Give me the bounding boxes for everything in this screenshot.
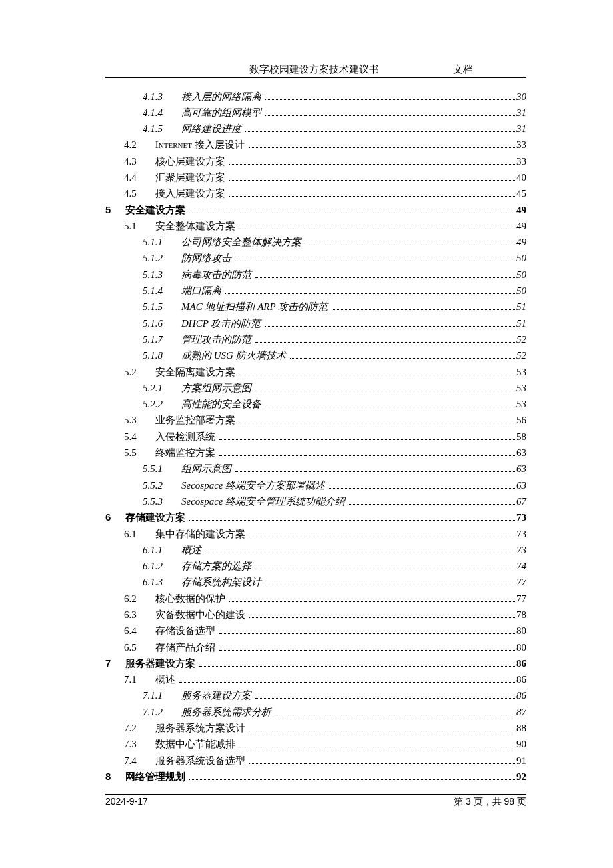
toc-entry-title: 病毒攻击的防范: [181, 270, 251, 280]
toc-leader-dots: [265, 90, 515, 100]
toc-entry-title: 服务器系统需求分析: [181, 707, 271, 717]
toc-entry-page: 56: [516, 415, 526, 425]
toc-leader-dots: [265, 317, 515, 327]
toc-entry-page: 77: [516, 577, 526, 587]
toc-entry-page: 63: [516, 448, 526, 458]
footer-date: 2024-9-17: [105, 796, 454, 808]
toc-entry-page: 52: [516, 351, 526, 361]
toc-entry-number: 6.4: [124, 626, 137, 636]
toc-entry-title: 存储系统构架设计: [181, 577, 261, 587]
toc-leader-dots: [332, 301, 515, 311]
header-title: 数字校园建设方案技术建议书: [105, 63, 453, 76]
toc-entry-number: 6.5: [124, 643, 137, 653]
toc-entry-page: 63: [516, 464, 526, 474]
toc-entry-page: 58: [516, 432, 526, 442]
toc-entry: 4.1.3接入层的网络隔离30: [105, 90, 526, 102]
toc-entry-title: 数据中心节能减排: [155, 739, 235, 749]
toc-leader-dots: [265, 576, 515, 586]
toc-entry-title: 服务器建设方案: [125, 659, 195, 669]
toc-leader-dots: [235, 463, 515, 473]
toc-entry-number: 5.1.5: [143, 302, 163, 312]
toc-entry: 5.5.3Secospace 终端安全管理系统功能介绍67: [105, 495, 526, 507]
toc-leader-dots: [349, 495, 515, 505]
toc-entry-page: 73: [516, 529, 526, 539]
toc-leader-dots: [205, 543, 515, 553]
toc-leader-dots: [249, 722, 515, 732]
toc-entry: 5.5.2Secospace 终端安全方案部署概述63: [105, 479, 526, 491]
toc-entry-title: 核心数据的保护: [155, 594, 225, 604]
toc-entry-title: 成熟的 USG 防火墙技术: [181, 351, 286, 361]
toc-leader-dots: [255, 560, 515, 570]
toc-entry: 5.2.1方案组网示意图53: [105, 381, 526, 393]
toc-entry-title: 方案组网示意图: [181, 383, 251, 393]
toc-entry-number: 5.5: [124, 448, 137, 458]
toc-entry-title: 终端监控方案: [155, 448, 215, 458]
toc-entry-number: 7.4: [124, 756, 137, 766]
toc-leader-dots: [225, 285, 515, 295]
toc-entry-number: 5.2.2: [143, 399, 163, 409]
toc-entry-number: 8: [105, 771, 111, 781]
toc-entry-title: 概述: [181, 545, 201, 555]
toc-entry-page: 86: [516, 675, 526, 685]
toc-entry-number: 7.3: [124, 739, 137, 749]
toc-leader-dots: [249, 609, 515, 619]
toc-leader-dots: [329, 479, 515, 489]
toc-entry-title: 汇聚层建设方案: [155, 173, 225, 183]
toc-entry: 7.4服务器系统设备选型91: [105, 754, 526, 766]
toc-entry-page: 40: [516, 173, 526, 183]
toc-leader-dots: [179, 673, 515, 683]
toc-entry-page: 33: [516, 140, 526, 150]
toc-leader-dots: [249, 527, 515, 537]
toc-entry-title: 安全隔离建设方案: [155, 367, 235, 377]
toc-entry: 4.2Internet 接入层设计33: [105, 139, 526, 151]
footer-page-info: 第 3 页，共 98 页: [454, 796, 526, 808]
toc-entry-page: 33: [516, 157, 526, 167]
toc-entry-number: 5.2.1: [143, 383, 163, 393]
toc-entry-page: 49: [516, 237, 526, 247]
toc-entry-title: Secospace 终端安全管理系统功能介绍: [181, 497, 345, 507]
toc-entry-title: 存储建设方案: [125, 513, 185, 523]
toc-entry: 6.1.2存储方案的选择74: [105, 560, 526, 572]
toc-entry-title: 管理攻击的防范: [181, 335, 251, 345]
toc-leader-dots: [255, 381, 515, 391]
toc-entry-number: 5.5.1: [143, 464, 163, 474]
toc-entry-number: 4.1.3: [143, 92, 163, 102]
toc-leader-dots: [239, 219, 515, 229]
toc-entry-title: 接入层建设方案: [155, 189, 225, 199]
toc-entry-page: 50: [516, 253, 526, 263]
toc-entry-number: 5.1.4: [143, 286, 163, 296]
toc-entry-number: 5.1: [124, 221, 137, 231]
toc-entry-number: 5.1.3: [143, 270, 163, 280]
toc-entry-title: 组网示意图: [181, 464, 231, 474]
toc-leader-dots: [219, 430, 515, 440]
toc-entry-number: 5.3: [124, 415, 137, 425]
toc-entry-page: 80: [516, 626, 526, 636]
toc-leader-dots: [229, 187, 515, 197]
toc-leader-dots: [219, 625, 515, 635]
header-rule: [105, 77, 526, 78]
toc-entry-page: 67: [516, 497, 526, 507]
table-of-contents: 4.1.3接入层的网络隔离304.1.4高可靠的组网模型314.1.5网络建设进…: [105, 90, 526, 782]
toc-entry-page: 90: [516, 739, 526, 749]
toc-entry-title: 核心层建设方案: [155, 157, 225, 167]
toc-entry-page: 88: [516, 723, 526, 733]
toc-entry-number: 6: [105, 512, 111, 522]
toc-entry: 6.4存储设备选型80: [105, 625, 526, 637]
toc-entry-title: 入侵检测系统: [155, 432, 215, 442]
toc-leader-dots: [265, 398, 515, 408]
toc-leader-dots: [265, 106, 515, 116]
toc-entry-page: 87: [516, 707, 526, 717]
toc-entry-number: 4.3: [124, 157, 137, 167]
toc-entry-page: 50: [516, 270, 526, 280]
toc-entry: 6.1.1概述73: [105, 543, 526, 555]
toc-entry: 7.1.1服务器建设方案86: [105, 689, 526, 701]
toc-entry-title: MAC 地址扫描和 ARP 攻击的防范: [181, 302, 328, 312]
toc-entry-page: 86: [516, 659, 526, 669]
toc-entry-number: 6.1.3: [143, 577, 163, 587]
toc-entry-page: 78: [516, 610, 526, 620]
toc-leader-dots: [235, 252, 515, 262]
toc-entry-number: 6.1.2: [143, 561, 163, 571]
toc-entry-title: 高性能的安全设备: [181, 399, 261, 409]
toc-entry-title: 集中存储的建设方案: [155, 529, 245, 539]
toc-entry-title: 高可靠的组网模型: [181, 108, 261, 118]
